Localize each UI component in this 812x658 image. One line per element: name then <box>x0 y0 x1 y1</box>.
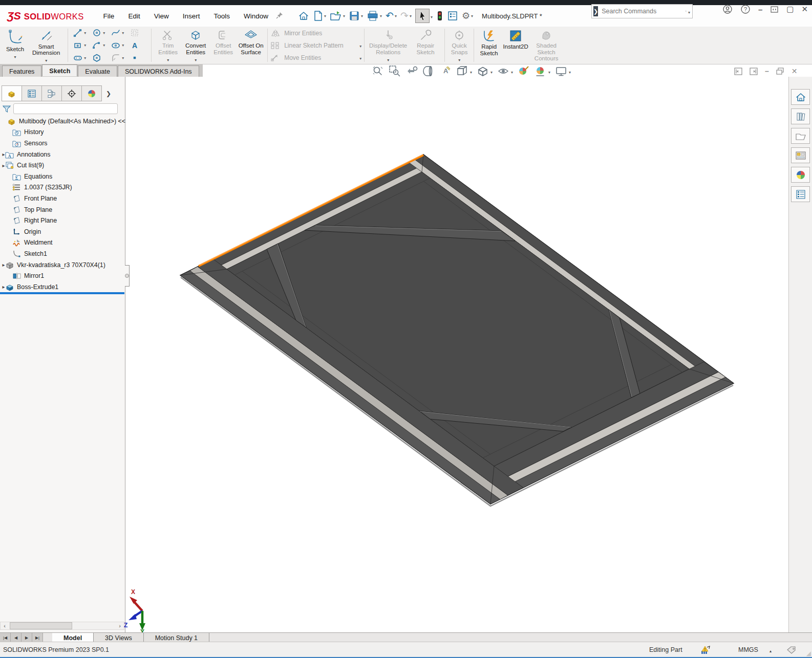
tree-item-boss-extrude1[interactable]: ▸Boss-Extrude1 <box>0 281 125 293</box>
print-button[interactable] <box>366 9 383 23</box>
tree-item-mirror1[interactable]: Mirror1 <box>0 270 125 281</box>
appearances-tab[interactable] <box>82 85 102 101</box>
text-tool[interactable]: A <box>129 39 139 52</box>
apply-scene-button[interactable] <box>535 65 550 77</box>
taskpane-appearances-button[interactable] <box>791 167 810 183</box>
tree-item-right-plane[interactable]: Right Plane <box>0 215 125 226</box>
rebuild-button[interactable] <box>435 9 444 23</box>
trim-entities-button[interactable]: Trim Entities <box>154 27 182 64</box>
tree-item-material[interactable]: 1.0037 (S235JR) <box>0 182 125 193</box>
search-input[interactable] <box>601 7 685 15</box>
viewport-3d[interactable] <box>125 77 788 632</box>
menu-insert[interactable]: Insert <box>183 12 200 20</box>
menu-tools[interactable]: Tools <box>213 12 230 20</box>
previous-view-button[interactable] <box>405 65 418 77</box>
panel-hscrollbar[interactable]: ‹ › <box>0 622 124 630</box>
arc-tool[interactable] <box>91 39 105 52</box>
tree-item-origin[interactable]: Origin <box>0 226 125 237</box>
rollback-bar[interactable] <box>0 292 124 294</box>
taskpane-home-button[interactable] <box>791 89 810 105</box>
tree-item-sketch1[interactable]: Sketch1 <box>0 248 125 259</box>
doc-tab-model[interactable]: Model <box>52 633 94 642</box>
tab-next-button[interactable]: ▶ <box>22 633 32 642</box>
doc-tab-motion-study[interactable]: Motion Study 1 <box>144 633 209 642</box>
rectangle-tool[interactable] <box>72 39 86 52</box>
scroll-thumb[interactable] <box>10 622 72 629</box>
mirror-entities-button[interactable]: Mirror Entities <box>270 27 361 39</box>
edit-appearance-button[interactable] <box>518 65 530 77</box>
linear-sketch-pattern-button[interactable]: Linear Sketch Pattern <box>270 39 361 51</box>
pane-right-icon[interactable] <box>750 68 758 75</box>
featuremanager-tab[interactable] <box>2 85 22 101</box>
performance-icon[interactable] <box>700 646 711 654</box>
doc-restore-button[interactable] <box>776 68 784 75</box>
zoom-to-fit-button[interactable] <box>372 65 384 77</box>
display-style-button[interactable] <box>477 65 493 77</box>
view-annotations-button[interactable]: A <box>439 65 452 77</box>
polygon-tool[interactable] <box>91 52 101 64</box>
menu-window[interactable]: Window <box>244 12 268 20</box>
point-tool[interactable] <box>129 52 139 64</box>
select-tool-button[interactable] <box>414 8 434 24</box>
doc-tab-3d-views[interactable]: 3D Views <box>94 633 144 642</box>
dimxpert-tab[interactable] <box>62 85 82 101</box>
tab-addins[interactable]: SOLIDWORKS Add-Ins <box>118 65 199 77</box>
propertymanager-tab[interactable] <box>22 85 42 101</box>
display-delete-relations-button[interactable]: Display/Delete Relations <box>367 27 409 64</box>
close-button[interactable]: ✕ <box>801 5 808 14</box>
slot-tool[interactable] <box>72 52 86 64</box>
sketch-button[interactable]: Sketch <box>3 27 27 64</box>
units-caret-icon[interactable] <box>770 647 772 654</box>
view-settings-button[interactable] <box>555 65 571 77</box>
pin-menu-icon[interactable] <box>275 11 284 21</box>
rapid-sketch-button[interactable]: Rapid Sketch <box>477 27 501 64</box>
tree-item-sensors[interactable]: Sensors <box>0 138 125 149</box>
tab-sketch[interactable]: Sketch <box>42 64 77 76</box>
offset-entities-button[interactable]: Offset Entities <box>209 27 237 64</box>
unit-system-selector[interactable]: MMGS <box>738 646 758 653</box>
tag-icon[interactable] <box>786 646 797 654</box>
home-button[interactable] <box>297 9 310 23</box>
restore-layout-icon[interactable] <box>770 6 779 13</box>
section-view-button[interactable] <box>422 65 435 77</box>
tab-features[interactable]: Features <box>2 65 41 77</box>
zoom-to-area-button[interactable] <box>389 65 401 77</box>
move-entities-button[interactable]: Move Entities <box>270 52 361 63</box>
menu-edit[interactable]: Edit <box>128 12 140 20</box>
command-search[interactable]: ❯ <box>591 4 693 18</box>
tree-item-weldment[interactable]: Weldment <box>0 237 125 249</box>
tree-item-cutlist[interactable]: ▸Cut list(9) <box>0 160 125 171</box>
undo-button[interactable]: ↶ <box>384 10 398 21</box>
tree-item-top-plane[interactable]: Top Plane <box>0 204 125 215</box>
smart-dimension-button[interactable]: Smart Dimension <box>27 27 65 64</box>
circle-tool[interactable] <box>91 27 105 39</box>
menu-file[interactable]: File <box>103 12 115 20</box>
view-orientation-button[interactable] <box>456 65 472 77</box>
fillet-tool[interactable] <box>110 52 124 64</box>
instant2d-button[interactable]: Instant2D <box>501 27 530 64</box>
tree-item-front-plane[interactable]: Front Plane <box>0 193 125 204</box>
quick-snaps-button[interactable]: Quick Snaps <box>447 27 471 64</box>
sketch-picture-tool[interactable] <box>129 27 139 39</box>
tree-root[interactable]: Multibody (Default<As Machined>) <<D <box>0 116 125 127</box>
login-icon[interactable] <box>722 4 733 14</box>
minimize-button[interactable]: – <box>758 5 762 14</box>
doc-minimize-button[interactable]: – <box>765 67 769 75</box>
tab-last-button[interactable]: ▶| <box>32 633 43 642</box>
spline-tool[interactable] <box>110 27 124 39</box>
open-document-button[interactable] <box>329 9 346 23</box>
save-button[interactable] <box>348 9 364 23</box>
hide-show-items-button[interactable] <box>497 65 513 77</box>
new-document-button[interactable] <box>312 9 327 23</box>
redo-button[interactable]: ↷ <box>399 10 413 21</box>
maximize-button[interactable]: ▢ <box>786 5 794 14</box>
search-scope-caret[interactable] <box>687 8 690 15</box>
tab-prev-button[interactable]: ◀ <box>11 633 22 642</box>
repair-sketch-button[interactable]: Repair Sketch <box>409 27 442 64</box>
tab-evaluate[interactable]: Evaluate <box>78 65 117 77</box>
convert-entities-button[interactable]: Convert Entities <box>182 27 209 64</box>
pane-left-icon[interactable] <box>734 68 742 75</box>
tab-first-button[interactable]: |◀ <box>0 633 11 642</box>
shaded-sketch-contours-button[interactable]: Shaded Sketch Contours <box>530 27 563 64</box>
tree-item-annotations[interactable]: ▸AAnnotations <box>0 149 125 160</box>
